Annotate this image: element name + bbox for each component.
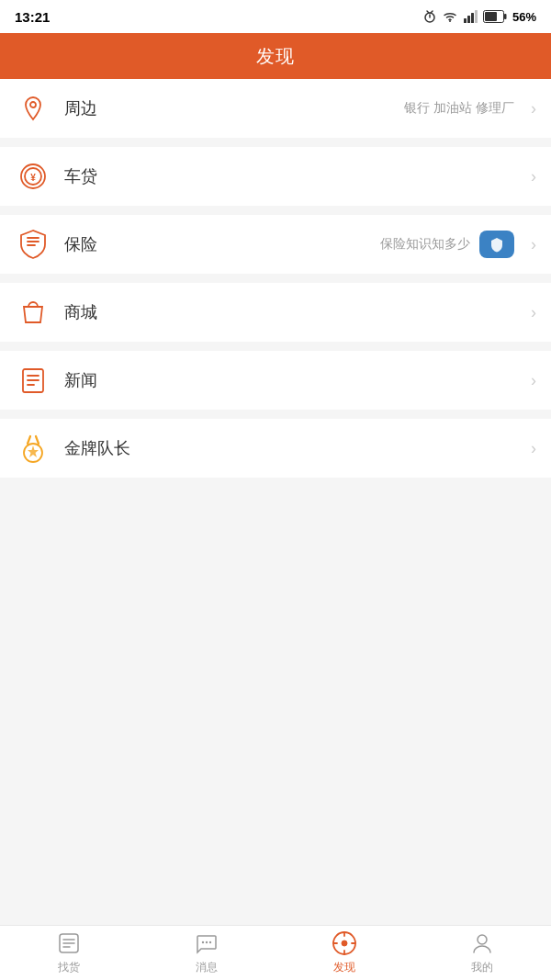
message-label: 消息 (196, 960, 218, 975)
menu-group-insurance: 保险 保险知识知多少 › (0, 215, 551, 274)
find-goods-label: 找货 (58, 960, 80, 975)
svg-point-41 (478, 935, 487, 944)
carloan-label: 车贷 (64, 165, 97, 187)
svg-line-3 (431, 11, 433, 13)
carloan-right: › (523, 167, 536, 186)
mine-icon (469, 930, 495, 956)
insurance-icon (15, 226, 51, 263)
wifi-icon (443, 9, 457, 24)
discover-icon (332, 930, 357, 956)
captain-label: 金牌队长 (64, 437, 130, 459)
mall-right: › (523, 303, 536, 322)
status-bar: 13:21 56% (0, 0, 551, 33)
nearby-icon (15, 90, 51, 127)
captain-right: › (523, 439, 536, 458)
nearby-label: 周边 (64, 97, 97, 119)
svg-rect-6 (467, 16, 470, 23)
main-content: 周边 银行 加油站 修理厂 › ¥ 车贷 › (0, 79, 551, 925)
svg-line-24 (28, 436, 30, 444)
menu-item-nearby[interactable]: 周边 银行 加油站 修理厂 › (0, 79, 551, 138)
svg-line-25 (36, 436, 39, 444)
svg-text:¥: ¥ (30, 173, 36, 183)
battery-pct: 56% (512, 10, 536, 24)
svg-rect-7 (471, 13, 474, 23)
carloan-icon: ¥ (15, 158, 51, 195)
svg-point-33 (206, 941, 208, 943)
insurance-hint: 保险知识知多少 (380, 236, 470, 253)
battery-icon (483, 10, 507, 23)
page-title: 发现 (256, 44, 295, 69)
svg-rect-8 (475, 10, 478, 23)
mall-icon (15, 294, 51, 331)
menu-group-captain: 金牌队长 › (0, 419, 551, 478)
svg-point-34 (209, 941, 211, 943)
nearby-right: 银行 加油站 修理厂 › (404, 99, 536, 118)
status-icons: 56% (422, 9, 536, 24)
news-icon (15, 362, 51, 399)
svg-rect-11 (485, 12, 497, 21)
menu-item-mall[interactable]: 商城 › (0, 283, 551, 342)
svg-rect-5 (464, 18, 467, 23)
tab-message[interactable]: 消息 (138, 926, 276, 980)
empty-area (0, 487, 551, 762)
nearby-hint: 银行 加油站 修理厂 (404, 100, 514, 117)
tab-find-goods[interactable]: 找货 (0, 926, 138, 980)
insurance-label: 保险 (64, 233, 97, 255)
svg-point-36 (342, 941, 347, 946)
captain-chevron: › (531, 439, 536, 458)
insurance-badge[interactable] (479, 231, 514, 258)
menu-group-nearby: 周边 银行 加油站 修理厂 › (0, 79, 551, 138)
tab-mine[interactable]: 我的 (413, 926, 551, 980)
mall-label: 商城 (64, 301, 97, 323)
discover-label: 发现 (333, 960, 355, 975)
captain-icon (15, 430, 51, 467)
alarm-icon (422, 9, 437, 24)
carloan-chevron: › (531, 167, 536, 186)
mine-label: 我的 (471, 960, 493, 975)
mall-chevron: › (531, 303, 536, 322)
tab-discover[interactable]: 发现 (276, 926, 413, 980)
menu-group-mall: 商城 › (0, 283, 551, 342)
svg-rect-10 (504, 14, 507, 19)
menu-item-carloan[interactable]: ¥ 车贷 › (0, 147, 551, 206)
menu-group-news: 新闻 › (0, 351, 551, 410)
svg-marker-27 (28, 445, 39, 457)
svg-point-4 (449, 20, 451, 22)
news-label: 新闻 (64, 369, 97, 391)
nearby-chevron: › (531, 99, 536, 118)
find-goods-icon (56, 930, 82, 956)
menu-item-captain[interactable]: 金牌队长 › (0, 419, 551, 478)
insurance-right: 保险知识知多少 › (380, 231, 536, 258)
news-right: › (523, 371, 536, 390)
signal-icon (463, 9, 478, 24)
news-chevron: › (531, 371, 536, 390)
status-time: 13:21 (15, 9, 50, 25)
menu-item-news[interactable]: 新闻 › (0, 351, 551, 410)
message-icon (194, 930, 219, 956)
insurance-chevron: › (531, 235, 536, 254)
app-header: 发现 (0, 33, 551, 79)
svg-line-2 (427, 11, 429, 13)
tab-bar: 找货 消息 发现 (0, 925, 551, 980)
svg-point-32 (202, 941, 204, 943)
menu-item-insurance[interactable]: 保险 保险知识知多少 › (0, 215, 551, 274)
menu-group-carloan: ¥ 车贷 › (0, 147, 551, 206)
svg-point-12 (30, 102, 36, 107)
